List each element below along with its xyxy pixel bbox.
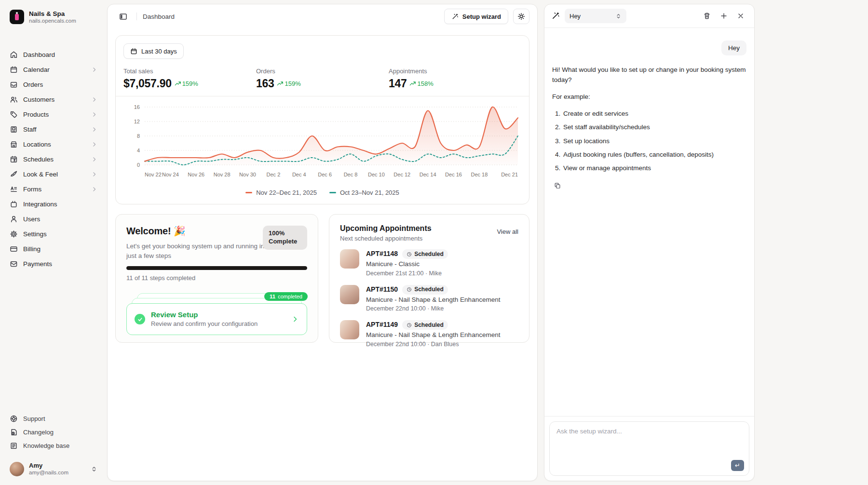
chevron-right-icon xyxy=(91,186,97,192)
sidebar-item-payments[interactable]: Payments xyxy=(6,256,101,271)
sidebar-item-users[interactable]: Users xyxy=(6,212,101,227)
date-range-button[interactable]: Last 30 days xyxy=(123,43,184,59)
setup-wizard-button[interactable]: Setup wizard xyxy=(444,9,508,24)
wand-icon xyxy=(551,12,560,20)
appointment-service: Manicure - Classic xyxy=(366,260,448,269)
sidebar: Nails & Spa nails.opencals.com Dashboard… xyxy=(0,0,107,485)
svg-text:16: 16 xyxy=(134,104,140,110)
sidebar-item-label: Products xyxy=(23,111,86,118)
appointment-id: APT#1149 xyxy=(366,321,398,329)
wizard-input[interactable] xyxy=(550,422,749,457)
brand-domain: nails.opencals.com xyxy=(29,18,76,24)
brand[interactable]: Nails & Spa nails.opencals.com xyxy=(6,7,101,27)
trend-up-icon xyxy=(175,81,181,87)
stats-row: Total sales $7,057.90 159% Orders 163 15… xyxy=(123,67,521,90)
new-conversation-button[interactable] xyxy=(717,9,731,23)
welcome-card: Welcome! 🎉 100% Complete Let's get your … xyxy=(115,214,318,343)
sidebar-item-forms[interactable]: Forms xyxy=(6,182,101,197)
stats-divider xyxy=(116,96,529,96)
appointments-subtitle: Next scheduled appointments xyxy=(340,235,432,242)
trend-up-icon xyxy=(409,81,416,87)
chevron-updown-icon xyxy=(615,13,622,19)
appointments-list: APT#1148ScheduledManicure - ClassicDecem… xyxy=(340,249,518,349)
sidebar-item-label: Locations xyxy=(23,141,86,148)
sun-icon xyxy=(517,13,525,20)
appointment-row[interactable]: APT#1150ScheduledManicure - Nail Shape &… xyxy=(340,285,518,313)
appointment-row[interactable]: APT#1148ScheduledManicure - ClassicDecem… xyxy=(340,249,518,278)
calendar-icon xyxy=(130,48,137,55)
sidebar-item-label: Staff xyxy=(23,126,86,133)
sidebar-item-label: Changelog xyxy=(23,429,97,436)
sidebar-item-dashboard[interactable]: Dashboard xyxy=(6,47,101,62)
sidebar-item-label: Calendar xyxy=(23,66,86,73)
sidebar-item-label: Dashboard xyxy=(23,51,97,58)
stat-delta: 159% xyxy=(175,80,198,87)
avatar xyxy=(10,462,24,476)
close-panel-button[interactable] xyxy=(734,9,747,23)
appointment-when: December 22nd 10:00 · Dan Blues xyxy=(366,341,500,349)
appointments-title: Upcoming Appointments xyxy=(340,224,432,233)
main-header: Dashboard Setup wizard xyxy=(108,4,537,28)
check-circle-icon xyxy=(135,314,145,324)
sidebar-item-schedules[interactable]: Schedules xyxy=(6,152,101,167)
copy-message-button[interactable] xyxy=(552,180,563,191)
progress-caption: 11 of 11 steps completed xyxy=(126,274,307,282)
svg-text:Nov 24: Nov 24 xyxy=(162,172,179,177)
main-panel: Dashboard Setup wizard Last 30 days Tota… xyxy=(107,4,538,481)
user-menu[interactable]: Amy amy@nails.com xyxy=(6,459,101,479)
credit-card-icon xyxy=(10,245,18,253)
svg-text:Dec 8: Dec 8 xyxy=(344,172,358,177)
svg-text:Dec 10: Dec 10 xyxy=(368,172,385,177)
delete-conversation-button[interactable] xyxy=(700,9,714,23)
chevron-right-icon xyxy=(91,156,97,162)
review-setup-step[interactable]: Review Setup Review and confirm your con… xyxy=(126,303,307,335)
step-subtitle: Review and confirm your configuration xyxy=(151,320,285,328)
conversation-select[interactable]: Hey xyxy=(565,9,626,23)
appointment-row[interactable]: APT#1149ScheduledManicure - Nail Shape &… xyxy=(340,320,518,349)
welcome-subtitle: Let's get your booking system up and run… xyxy=(126,242,271,260)
status-badge: Scheduled xyxy=(402,320,448,330)
sidebar-item-integrations[interactable]: Integrations xyxy=(6,197,101,212)
setup-progress-bar xyxy=(126,266,307,270)
svg-text:Dec 18: Dec 18 xyxy=(471,172,488,177)
sidebar-item-calendar[interactable]: Calendar xyxy=(6,62,101,77)
breadcrumb: Dashboard xyxy=(143,13,175,20)
svg-text:Dec 6: Dec 6 xyxy=(318,172,332,177)
view-all-link[interactable]: View all xyxy=(497,228,518,235)
sidebar-item-support[interactable]: Support xyxy=(6,412,101,425)
sidebar-item-billing[interactable]: Billing xyxy=(6,242,101,256)
sidebar-item-changelog[interactable]: Changelog xyxy=(6,425,101,439)
sidebar-item-settings[interactable]: Settings xyxy=(6,227,101,242)
svg-text:Nov 28: Nov 28 xyxy=(214,172,231,177)
calendar-icon xyxy=(10,66,18,74)
home-icon xyxy=(10,51,18,59)
chat-header: Hey xyxy=(544,4,754,28)
status-badge: Scheduled xyxy=(402,285,448,295)
chevron-right-icon xyxy=(91,96,97,103)
envelope-icon xyxy=(10,260,18,268)
send-button[interactable]: ↵ xyxy=(731,460,744,471)
chart-legend: Nov 22–Dec 21, 2025Oct 23–Nov 21, 2025 xyxy=(123,189,521,196)
stats-chart-card: Last 30 days Total sales $7,057.90 159% … xyxy=(115,35,529,204)
sidebar-footer: SupportChangelogKnowledge base Amy amy@n… xyxy=(6,412,101,479)
appointment-service: Manicure - Nail Shape & Length Enhanceme… xyxy=(366,296,500,304)
stat-label: Appointments xyxy=(389,67,521,75)
form-icon xyxy=(10,185,18,193)
sidebar-item-label: Schedules xyxy=(23,156,86,163)
sidebar-item-orders[interactable]: Orders xyxy=(6,77,101,92)
sidebar-item-staff[interactable]: Staff xyxy=(6,122,101,137)
sidebar-toggle-button[interactable] xyxy=(115,9,131,24)
svg-text:Nov 30: Nov 30 xyxy=(239,172,256,177)
appointment-photo xyxy=(340,285,359,304)
user-name: Amy xyxy=(29,462,86,470)
svg-text:Dec 4: Dec 4 xyxy=(292,172,306,177)
sidebar-item-look-feel[interactable]: Look & Feel xyxy=(6,167,101,182)
sidebar-item-knowledge-base[interactable]: Knowledge base xyxy=(6,439,101,452)
theme-toggle-button[interactable] xyxy=(513,9,529,24)
trash-icon xyxy=(703,12,711,20)
sidebar-item-customers[interactable]: Customers xyxy=(6,92,101,107)
user-message-bubble: Hey xyxy=(721,40,746,55)
sidebar-item-label: Support xyxy=(23,415,97,422)
sidebar-item-locations[interactable]: Locations xyxy=(6,137,101,152)
sidebar-item-products[interactable]: Products xyxy=(6,107,101,122)
